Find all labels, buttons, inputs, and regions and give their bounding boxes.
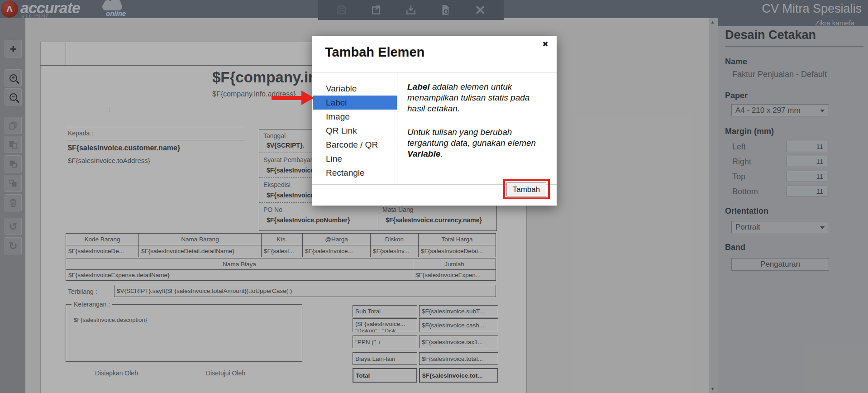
element-item-qr-link[interactable]: QR Link: [313, 124, 397, 138]
dialog-title: Tambah Elemen: [325, 45, 424, 60]
annotation-highlight-box: [503, 179, 550, 199]
annotation-arrow: [272, 96, 302, 100]
description-line-4: Untuk tulisan yang berubah: [407, 127, 512, 137]
description-line-1: Label adalah elemen untuk: [407, 82, 512, 92]
dialog-pane-divider: [397, 72, 397, 184]
description-line-6-rest: .: [440, 149, 443, 158]
element-item-barcode-qr[interactable]: Barcode / QR: [313, 138, 397, 152]
element-item-line[interactable]: Line: [313, 152, 397, 166]
description-line-5: tergantung data, gunakan elemen: [407, 138, 536, 148]
description-line-6: Variable.: [407, 149, 443, 159]
app-window: $F{company.info.name} $F{company.info.ad…: [0, 0, 868, 393]
element-item-rectangle[interactable]: Rectangle: [313, 166, 397, 180]
dialog-close-button[interactable]: ✖: [539, 38, 551, 50]
element-item-variable[interactable]: Variable: [313, 81, 397, 96]
description-bold-label: Label: [407, 82, 430, 91]
dialog-header-divider: [312, 72, 557, 72]
description-bold-variable: Variable: [407, 149, 440, 158]
description-line-2: menampilkan tulisan statis pada: [407, 93, 529, 103]
close-icon: ✖: [542, 40, 548, 48]
description-line-3: hasil cetakan.: [407, 104, 460, 114]
element-item-image[interactable]: Image: [313, 110, 397, 124]
description-line-1-rest: adalah elemen untuk: [430, 82, 512, 91]
element-item-label[interactable]: Label: [313, 96, 397, 110]
annotation-arrow-head-icon: [301, 91, 314, 105]
